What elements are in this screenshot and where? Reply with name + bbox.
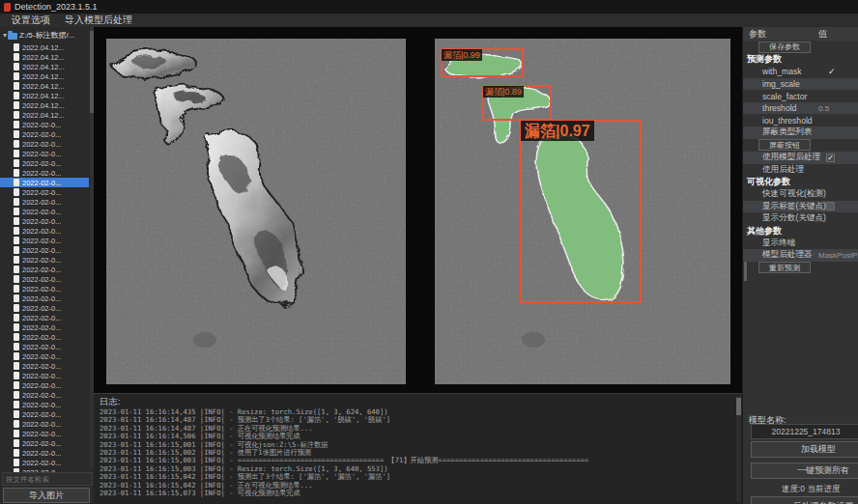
tree-item[interactable]: 2022-02-0... xyxy=(0,458,89,467)
param-row[interactable]: 使用后处理 xyxy=(743,164,858,177)
menu-import-postprocess[interactable]: 导入模型后处理 xyxy=(62,14,135,27)
param-row[interactable]: 显示分数(关键点) xyxy=(743,212,858,225)
tree-item[interactable]: 2022-02-0... xyxy=(0,448,89,458)
expand-arrow-icon[interactable]: ▾ xyxy=(3,31,7,40)
tree-item[interactable]: 2022.04.12... xyxy=(0,71,89,81)
param-action-button[interactable]: 屏蔽按钮 xyxy=(758,139,811,151)
tree-item[interactable]: 2022-02-0... xyxy=(0,351,89,361)
tree-item[interactable]: 2022-02-0... xyxy=(0,255,89,265)
raw-image[interactable] xyxy=(106,39,406,384)
tree-item[interactable]: 2022-02-0... xyxy=(0,139,89,149)
tree-item[interactable]: 2022-02-0... xyxy=(0,380,89,390)
tree-item[interactable]: 2022-02-0... xyxy=(0,216,89,226)
param-row[interactable]: threshold0.5 xyxy=(743,102,858,115)
import-image-button[interactable]: 导入图片 xyxy=(3,488,90,503)
param-button-row: 保存参数 xyxy=(743,41,858,54)
tree-item[interactable]: 2022-02-0... xyxy=(0,284,89,294)
param-row[interactable]: with_mask✓ xyxy=(743,66,858,78)
model-name-field[interactable]: 20221225_174813 xyxy=(751,424,858,439)
param-row[interactable]: scale_factor xyxy=(743,90,858,102)
tree-item[interactable]: 2022-02-0... xyxy=(0,265,89,274)
param-row[interactable]: 显示标签(关键点) xyxy=(743,201,858,213)
tree-item[interactable]: 2022-02-0... xyxy=(0,158,89,168)
file-icon xyxy=(14,92,19,99)
tree-item-label: 2022-02-0... xyxy=(22,314,61,322)
tree-item-label: 2022-02-0... xyxy=(22,130,61,139)
tree-item[interactable]: 2022.04.12... xyxy=(0,110,89,120)
tree-item[interactable]: 2022-02-0... xyxy=(0,429,89,438)
load-model-button[interactable]: 加载模型 xyxy=(751,441,858,458)
param-row[interactable]: iou_threshold xyxy=(743,114,858,126)
tree-item-label: 2022-02-0... xyxy=(22,362,61,371)
param-row[interactable]: 快速可视化(检测) xyxy=(743,188,858,201)
predict-all-button[interactable]: 一键预测所有 xyxy=(751,462,858,479)
param-row[interactable]: 显示终端 xyxy=(743,237,858,249)
tree-item[interactable]: 2022-02-0... xyxy=(0,342,89,351)
tree-item-label: 2022.04.12... xyxy=(22,72,65,81)
param-checkbox[interactable]: ✓ xyxy=(826,154,835,162)
tree-item[interactable]: 2022-02-0... xyxy=(0,313,89,322)
tree-item[interactable]: 2022.04.12... xyxy=(0,62,89,71)
tree-item[interactable]: 2022-02-0... xyxy=(0,207,89,216)
tree-item[interactable]: 2022-02-0... xyxy=(0,390,89,400)
menu-settings[interactable]: 设置选项 xyxy=(9,14,53,27)
tree-item[interactable]: 2022.04.12... xyxy=(0,81,89,91)
param-table-header: 参数 值 xyxy=(743,27,858,41)
log-scrollbar-thumb[interactable] xyxy=(736,398,741,415)
tree-item[interactable]: 2022-02-0... xyxy=(0,168,89,178)
param-button-row: 重新预测 xyxy=(743,262,858,275)
tree-item[interactable]: 2022-02-0... xyxy=(0,197,89,207)
param-row[interactable]: img_scale xyxy=(743,78,858,91)
tree-item[interactable]: 2022-02-0... xyxy=(0,120,89,129)
file-icon xyxy=(14,410,19,418)
tree-item[interactable]: 2022-02-0... xyxy=(0,274,89,284)
file-icon xyxy=(14,391,19,399)
tree-item[interactable]: 2022-02-0... xyxy=(0,371,89,380)
tree-item[interactable]: 2022-02-0... xyxy=(0,226,89,236)
params-scrollbar-thumb[interactable] xyxy=(744,262,747,281)
file-icon xyxy=(14,63,19,70)
file-icon xyxy=(14,43,19,51)
tree-item[interactable]: 2022-02-0... xyxy=(0,400,89,409)
search-input[interactable] xyxy=(2,472,93,486)
prediction-image[interactable]: 漏箔|0.99漏箔|0.89漏箔|0.97 xyxy=(435,39,730,384)
tree-item[interactable]: 2022.04.12... xyxy=(0,52,89,62)
tree-item[interactable]: 2022-02-0... xyxy=(0,438,89,448)
tree-item[interactable]: 2022.04.12... xyxy=(0,91,89,100)
tree-item[interactable]: 2022.04.12... xyxy=(0,42,89,52)
tree-item[interactable]: 2022-02-0... xyxy=(0,409,89,419)
tree-root-folder[interactable]: ▾ Z:/5-标注数据/... xyxy=(0,30,74,41)
tree-item-label: 2022-02-0... xyxy=(22,140,61,149)
param-action-button[interactable]: 保存参数 xyxy=(758,42,811,53)
tree-item-label: 2022-02-0... xyxy=(22,227,61,236)
param-checkbox[interactable] xyxy=(826,202,835,210)
tree-item-label: 2022-02-0... xyxy=(22,159,61,168)
tree-item[interactable]: 2022-02-0... xyxy=(0,361,89,371)
tree-item[interactable]: 2022-02-0... xyxy=(0,303,89,313)
param-label: 快速可视化(检测) xyxy=(762,188,826,200)
postprocess-params-button[interactable]: 后处理参数设置 xyxy=(751,496,858,504)
tree-item[interactable]: 2022-02-0... xyxy=(0,322,89,332)
param-row[interactable]: 屏蔽类型列表 xyxy=(743,126,858,139)
check-icon: ✓ xyxy=(828,67,836,76)
tree-item[interactable]: 2022-02-0... xyxy=(0,236,89,245)
tree-item-label: 2022-02-0... xyxy=(22,275,61,284)
tree-item[interactable]: 2022-02-0... xyxy=(0,178,89,187)
tree-item[interactable]: 2022-02-0... xyxy=(0,245,89,255)
file-icon xyxy=(14,140,19,148)
tree-item[interactable]: 2022-02-0... xyxy=(0,187,89,197)
param-rows: 保存参数预测参数with_mask✓img_scalescale_factort… xyxy=(743,41,858,274)
param-label: 模型后处理器 xyxy=(762,249,813,261)
tree-item[interactable]: 2022-02-0... xyxy=(0,332,89,342)
tree-item[interactable]: 2022-02-0... xyxy=(0,129,89,139)
tree-item[interactable]: 2022.04.12... xyxy=(0,100,89,110)
log-scrollbar[interactable] xyxy=(736,396,741,502)
tree-item[interactable]: 2022-02-0... xyxy=(0,149,89,158)
tree-item-label: 2022-02-0... xyxy=(22,449,61,458)
param-row[interactable]: 模型后处理器MaskPostPro xyxy=(743,249,858,262)
tree-item[interactable]: 2022-02-0... xyxy=(0,419,89,429)
tree-item-label: 2022-02-0... xyxy=(22,198,61,207)
param-row[interactable]: 使用模型后处理✓ xyxy=(743,152,858,164)
param-action-button[interactable]: 重新预测 xyxy=(758,262,811,273)
tree-item[interactable]: 2022-02-0... xyxy=(0,294,89,303)
